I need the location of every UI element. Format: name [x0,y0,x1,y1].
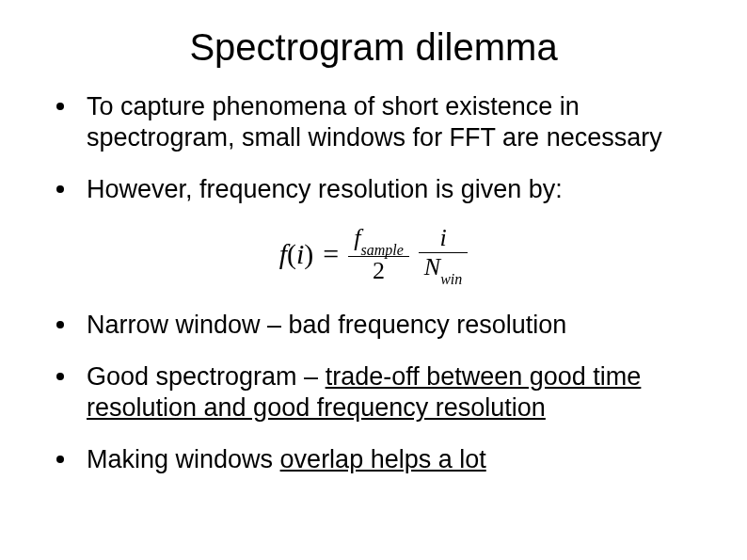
bullet-text-underlined: overlap helps a lot [280,445,486,473]
formula-lhs: f(i) [279,238,314,270]
bullet-item-3: Narrow window – bad frequency resolution [47,310,709,341]
bullet-text: To capture phenomena of short existence … [87,92,662,152]
bullet-text-prefix: Making windows [87,445,280,473]
formula-paren-close: ) [304,238,313,269]
formula: f(i) = fsample 2 i Nwin [279,226,469,283]
bullet-list: To capture phenomena of short existence … [47,91,709,205]
frac2-den: Nwin [419,255,468,283]
bullet-list-2: Narrow window – bad frequency resolution… [47,310,709,475]
formula-eq: = [323,238,339,270]
slide: Spectrogram dilemma To capture phenomena… [0,0,747,560]
frac1-den: 2 [367,259,390,283]
bullet-item-1: To capture phenomena of short existence … [47,91,709,153]
frac1-num: fsample [348,226,409,254]
bullet-item-5: Making windows overlap helps a lot [47,444,709,475]
bullet-text: However, frequency resolution is given b… [87,175,563,203]
bullet-text-prefix: Good spectrogram – [87,362,326,391]
slide-title: Spectrogram dilemma [38,26,709,69]
formula-fn: f [279,238,287,269]
formula-frac-2: i Nwin [419,226,468,283]
frac1-num-var: f [354,224,360,251]
frac1-num-sub: sample [361,242,404,258]
bullet-item-4: Good spectrogram – trade-off between goo… [47,361,709,424]
formula-container: f(i) = fsample 2 i Nwin [38,226,709,283]
formula-paren-open: ( [287,238,296,269]
formula-frac-1: fsample 2 [348,226,409,283]
bullet-item-2: However, frequency resolution is given b… [47,174,709,205]
frac2-den-sub: win [440,271,462,287]
bullet-text: Narrow window – bad frequency resolution [87,311,566,339]
frac2-den-var: N [424,253,440,280]
frac2-num: i [434,226,452,250]
